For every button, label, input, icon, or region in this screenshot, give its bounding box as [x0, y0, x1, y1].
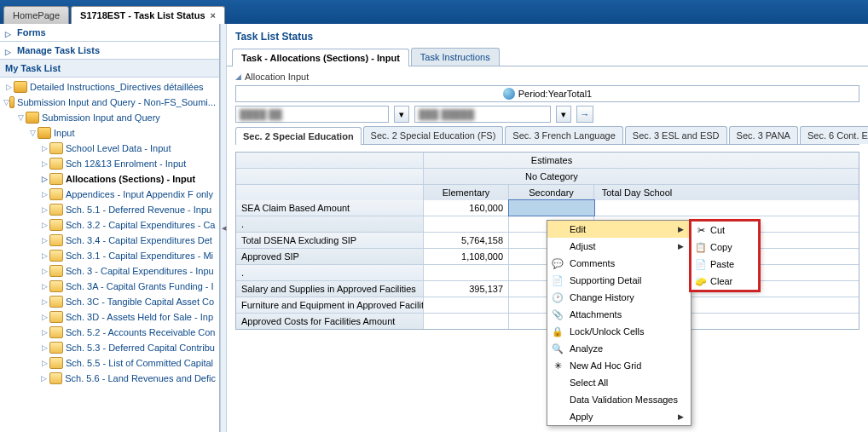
cell-elementary[interactable]: 1,108,000: [424, 249, 509, 264]
section-tab[interactable]: Sec. 3 PANA: [729, 126, 798, 144]
cell-elementary[interactable]: 160,000: [424, 200, 509, 216]
menu-item-paste[interactable]: 📄Paste: [692, 256, 758, 273]
tree-label: School Level Data - Input: [66, 143, 171, 153]
section-tab[interactable]: Sec. 2 Special Education (FS): [363, 126, 504, 144]
cell-secondary[interactable]: [509, 200, 594, 216]
tree-item[interactable]: ▷Sch. 3D - Assets Held for Sale - Inp: [0, 309, 219, 325]
tree-item[interactable]: ▷Sch. 5.6 - Land Revenues and Defic: [0, 371, 219, 386]
cell-elementary[interactable]: 395,137: [424, 281, 509, 297]
tree-item[interactable]: ▷Sch. 5.2 - Accounts Receivable Con: [0, 325, 219, 340]
tree-item[interactable]: ▷Allocations (Sections) - Input: [0, 171, 219, 187]
cell-elementary[interactable]: [424, 216, 509, 232]
tree-item[interactable]: ▷Detailed Instructions_Directives détail…: [0, 79, 219, 95]
splitter[interactable]: [220, 24, 227, 432]
section-tab[interactable]: Sec. 3 ESL and ESD: [625, 126, 727, 144]
menu-item-clear[interactable]: 🧽Clear: [692, 273, 758, 290]
menu-item-new-ad-hoc-grid[interactable]: ✳New Ad Hoc Grid: [547, 357, 691, 374]
section-tabs: Sec. 2 Special EducationSec. 2 Special E…: [235, 126, 859, 145]
cube-icon: [49, 265, 63, 277]
tree-item[interactable]: ▷Sch. 5.5 - List of Committed Capital: [0, 355, 219, 371]
subtab-instructions[interactable]: Task Instructions: [411, 48, 500, 66]
cell-elementary[interactable]: 5,764,158: [424, 233, 509, 248]
cube-icon: [49, 280, 63, 292]
tree-item[interactable]: ▽Submission Input and Query: [0, 110, 219, 125]
chevron-right-icon: ▶: [678, 242, 684, 251]
menu-item-cut[interactable]: ✂Cut: [692, 222, 758, 239]
tab-label: HomePage: [13, 10, 60, 20]
tree-item[interactable]: ▷Sch. 3.2 - Capital Expenditures - Ca: [0, 217, 219, 233]
menu-item-attachments[interactable]: 📎Attachments: [547, 306, 691, 323]
menu-icon: 📄: [694, 257, 708, 271]
menu-item-change-history[interactable]: 🕑Change History: [547, 289, 691, 306]
go-button[interactable]: →: [576, 106, 593, 123]
section-tab[interactable]: Sec. 3 French Language: [505, 126, 622, 144]
tree-item[interactable]: ▷Sch. 3.4 - Capital Expenditures Det: [0, 233, 219, 248]
menu-item-edit[interactable]: Edit▶✂Cut📋Copy📄Paste🧽Clear: [547, 221, 691, 238]
tree-item[interactable]: ▷Sch 12&13 Enrolment - Input: [0, 156, 219, 171]
tree-item[interactable]: ▽Input: [0, 125, 219, 141]
tree-label: Allocations (Sections) - Input: [66, 174, 195, 184]
tree-label: Sch. 3D - Assets Held for Sale - Inp: [66, 312, 213, 322]
menu-icon: 📄: [551, 274, 564, 287]
menu-item-data-validation-messages[interactable]: Data Validation Messages: [547, 391, 691, 408]
panel-header[interactable]: ◢ Allocation Input: [235, 72, 859, 82]
row-label: .: [236, 216, 424, 232]
expand-icon: ▷: [39, 205, 49, 214]
tree-item[interactable]: ▷Sch. 5.3 - Deferred Capital Contribu: [0, 340, 219, 355]
cell-totalday[interactable]: [594, 200, 680, 216]
menu-item-analyze[interactable]: 🔍Analyze: [547, 340, 691, 357]
menu-item-select-all[interactable]: Select All: [547, 374, 691, 391]
tree-item[interactable]: ▷Appendices - Input Appendix F only: [0, 187, 219, 202]
tree-item[interactable]: ▷Sch. 3.1 - Capital Expenditures - Mi: [0, 248, 219, 263]
cube-icon: [49, 158, 63, 170]
section-label: Manage Task Lists: [17, 45, 100, 55]
menu-label: Clear: [710, 276, 732, 286]
menu-label: Copy: [710, 242, 732, 252]
menu-item-comments[interactable]: 💬Comments: [547, 255, 691, 272]
menu-label: Select All: [570, 377, 608, 388]
dropdown-icon[interactable]: ▾: [556, 106, 571, 123]
section-tab[interactable]: Sec. 6 Cont. Ed. And Other I: [800, 126, 868, 144]
tree-item[interactable]: ▷Sch. 3A - Capital Grants Funding - I: [0, 279, 219, 294]
menu-item-adjust[interactable]: Adjust▶: [547, 238, 691, 255]
expand-icon: ▷: [39, 282, 49, 291]
menu-item-supporting-detail[interactable]: 📄Supporting Detail: [547, 272, 691, 289]
menu-item-lock-unlock-cells[interactable]: 🔒Lock/Unlock Cells: [547, 323, 691, 340]
dropdown-icon[interactable]: ▾: [394, 106, 409, 123]
section-tab[interactable]: Sec. 2 Special Education: [235, 127, 362, 145]
subtab-task[interactable]: Task - Allocations (Sections) - Input: [232, 49, 409, 66]
close-icon[interactable]: ×: [211, 10, 216, 20]
cell-elementary[interactable]: [424, 265, 509, 280]
tab-homepage[interactable]: HomePage: [3, 6, 69, 24]
tree-label: Sch. 5.6 - Land Revenues and Defic: [65, 373, 216, 383]
cell-elementary[interactable]: [424, 314, 509, 329]
col-head-totalday: Total Day School: [594, 185, 680, 200]
tree-label: Submission Input and Query: [42, 112, 160, 123]
menu-label: Attachments: [570, 309, 622, 320]
tree-item[interactable]: ▽Submission Input and Query - Non-FS_Sou…: [0, 95, 219, 110]
tree-item[interactable]: ▷Sch. 3 - Capital Expenditures - Inpu: [0, 263, 219, 279]
period-bar: Period:YearTotal1: [235, 85, 859, 102]
folder-icon: [26, 112, 39, 124]
expand-icon: ▷: [39, 359, 49, 367]
menu-item-copy[interactable]: 📋Copy: [692, 239, 758, 256]
cube-icon: [49, 142, 63, 154]
tree-item[interactable]: ▷Sch. 5.1 - Deferred Revenue - Inpu: [0, 202, 219, 217]
menu-item-apply[interactable]: Apply▶: [547, 408, 691, 425]
cube-icon: [49, 234, 63, 246]
pov-selector-1[interactable]: ████ ██: [235, 106, 389, 123]
panel-title: Allocation Input: [245, 72, 309, 82]
pov-selector-2[interactable]: ███ █████: [414, 106, 551, 123]
tree-item[interactable]: ▷School Level Data - Input: [0, 141, 219, 156]
subtabs: Task - Allocations (Sections) - Input Ta…: [227, 48, 868, 66]
sidebar-section-forms[interactable]: Forms: [0, 24, 219, 42]
chevron-right-icon: [5, 28, 14, 37]
expand-icon: ▽: [3, 98, 9, 107]
sidebar-section-manage[interactable]: Manage Task Lists: [0, 42, 219, 60]
expand-icon: ▷: [39, 159, 49, 168]
tab-tasklist[interactable]: S1718EST - Task List Status ×: [71, 6, 225, 24]
cell-elementary[interactable]: [424, 297, 509, 313]
tree-label: Sch. 3.1 - Capital Expenditures - Mi: [66, 251, 213, 261]
tree-label: Sch. 5.2 - Accounts Receivable Con: [66, 327, 215, 337]
tree-item[interactable]: ▷Sch. 3C - Tangible Capital Asset Co: [0, 294, 219, 309]
